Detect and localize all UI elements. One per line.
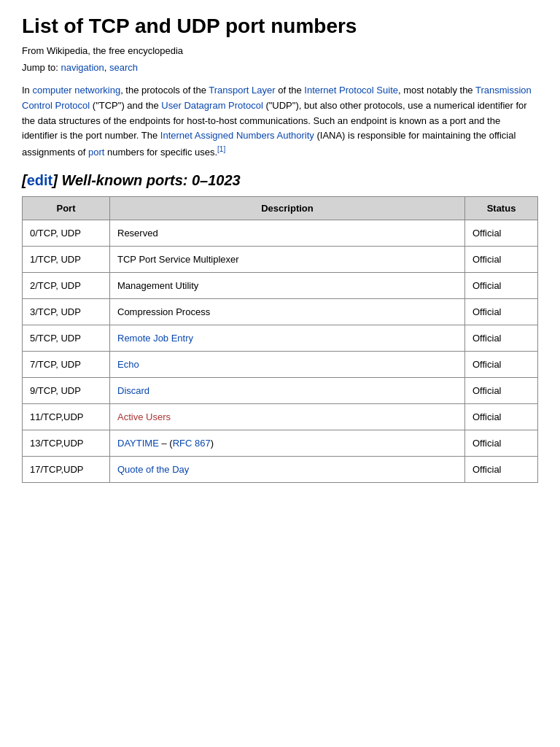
table-row: 5/TCP, UDPRemote Job EntryOfficial	[23, 325, 538, 352]
table-row: 17/TCP,UDPQuote of the DayOfficial	[23, 457, 538, 483]
port-cell: 9/TCP, UDP	[23, 378, 110, 404]
intro-paragraph: In computer networking, the protocols of…	[22, 83, 538, 160]
description-cell: Compression Process	[110, 299, 465, 325]
description-cell: Remote Job Entry	[110, 325, 465, 352]
status-cell: Official	[465, 273, 538, 299]
table-row: 7/TCP, UDPEchoOfficial	[23, 352, 538, 378]
status-cell: Official	[465, 404, 538, 430]
description-link[interactable]: Quote of the Day	[117, 464, 189, 475]
description-link[interactable]: Active Users	[117, 411, 171, 422]
table-row: 3/TCP, UDPCompression ProcessOfficial	[23, 299, 538, 325]
status-cell: Official	[465, 299, 538, 325]
table-row: 1/TCP, UDPTCP Port Service MultiplexerOf…	[23, 247, 538, 273]
section-heading-text: Well-known ports: 0–1023	[61, 172, 240, 188]
port-cell: 13/TCP,UDP	[23, 430, 110, 457]
description-cell: TCP Port Service Multiplexer	[110, 247, 465, 273]
description-cell: Discard	[110, 378, 465, 404]
port-cell: 17/TCP,UDP	[23, 457, 110, 483]
description-link[interactable]: Echo	[117, 359, 139, 370]
computer-networking-link[interactable]: computer networking	[32, 85, 120, 96]
col-header-port: Port	[23, 197, 110, 220]
description-link[interactable]: Remote Job Entry	[117, 333, 193, 344]
description-cell: DAYTIME – (RFC 867)	[110, 430, 465, 457]
description-cell: Management Utility	[110, 273, 465, 299]
jump-to-label: Jump to:	[22, 62, 61, 73]
status-cell: Official	[465, 378, 538, 404]
port-cell: 3/TCP, UDP	[23, 299, 110, 325]
description-link[interactable]: Discard	[117, 385, 149, 396]
rfc-link[interactable]: RFC 867	[173, 438, 211, 449]
internet-protocol-suite-link[interactable]: Internet Protocol Suite	[304, 85, 398, 96]
port-cell: 5/TCP, UDP	[23, 325, 110, 352]
col-header-description: Description	[110, 197, 465, 220]
section-heading: [edit] Well-known ports: 0–1023	[22, 172, 538, 189]
status-cell: Official	[465, 325, 538, 352]
description-cell: Quote of the Day	[110, 457, 465, 483]
source-label: From Wikipedia, the free encyclopedia	[22, 45, 538, 56]
status-cell: Official	[465, 457, 538, 483]
edit-link[interactable]: edit	[27, 172, 53, 188]
udp-link[interactable]: User Datagram Protocol	[161, 100, 262, 111]
jump-search-link[interactable]: search	[109, 62, 138, 73]
table-row: 13/TCP,UDPDAYTIME – (RFC 867)Official	[23, 430, 538, 457]
status-cell: Official	[465, 247, 538, 273]
ports-table: Port Description Status 0/TCP, UDPReserv…	[22, 196, 538, 483]
table-row: 9/TCP, UDPDiscardOfficial	[23, 378, 538, 404]
status-cell: Official	[465, 220, 538, 247]
description-link[interactable]: DAYTIME	[117, 438, 159, 449]
table-row: 0/TCP, UDPReservedOfficial	[23, 220, 538, 247]
table-row: 11/TCP,UDPActive UsersOfficial	[23, 404, 538, 430]
col-header-status: Status	[465, 197, 538, 220]
port-cell: 11/TCP,UDP	[23, 404, 110, 430]
description-cell: Reserved	[110, 220, 465, 247]
port-link[interactable]: port	[88, 147, 104, 158]
port-cell: 7/TCP, UDP	[23, 352, 110, 378]
jump-navigation-link[interactable]: navigation	[61, 62, 104, 73]
table-header-row: Port Description Status	[23, 197, 538, 220]
port-cell: 1/TCP, UDP	[23, 247, 110, 273]
status-cell: Official	[465, 352, 538, 378]
iana-link[interactable]: Internet Assigned Numbers Authority	[160, 130, 314, 141]
table-row: 2/TCP, UDPManagement UtilityOfficial	[23, 273, 538, 299]
jump-to-line: Jump to: navigation, search	[22, 62, 538, 73]
description-cell: Active Users	[110, 404, 465, 430]
transport-layer-link[interactable]: Transport Layer	[209, 85, 275, 96]
port-cell: 2/TCP, UDP	[23, 273, 110, 299]
port-cell: 0/TCP, UDP	[23, 220, 110, 247]
page-title: List of TCP and UDP port numbers	[22, 15, 538, 38]
status-cell: Official	[465, 430, 538, 457]
description-cell: Echo	[110, 352, 465, 378]
footnote-1-link[interactable]: [1]	[217, 145, 225, 153]
